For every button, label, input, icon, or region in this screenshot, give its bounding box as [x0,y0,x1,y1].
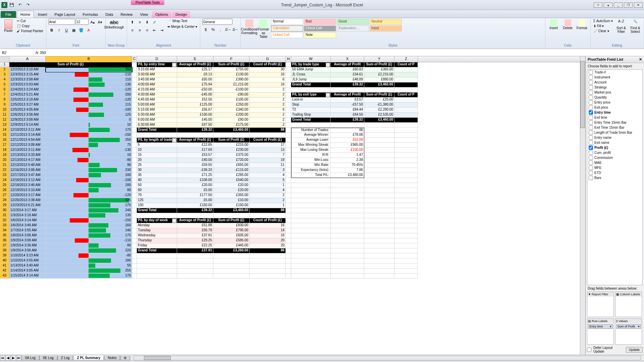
cell[interactable]: £48.89 [331,77,364,82]
cell[interactable] [137,268,177,274]
cell[interactable] [177,213,213,218]
cell[interactable] [177,268,213,274]
cell[interactable] [132,123,137,128]
orientation-icon[interactable]: ⤢ [151,19,158,25]
col-header-G[interactable]: G [250,56,286,62]
cell[interactable] [364,218,394,223]
date-cell[interactable]: 12/18/2013 3:46 AM [9,183,46,188]
font-color-icon[interactable]: A [85,27,92,34]
underline-button[interactable]: U [63,27,70,34]
cell[interactable]: 50 [137,183,177,188]
area-column-labels[interactable]: ▦ Column Labels [615,292,642,317]
cell[interactable] [286,248,291,253]
cell[interactable]: Grand Total [137,128,177,133]
cell[interactable] [291,258,331,263]
cell[interactable] [132,198,137,203]
help-icon[interactable]: ? [594,2,602,8]
field-checkbox[interactable] [589,70,593,74]
cell[interactable]: £45.00 [177,118,213,123]
cell[interactable]: £2,280.00 [364,108,394,113]
cell[interactable]: 88 [250,128,286,133]
close-icon[interactable]: ✕ [634,2,643,8]
col-header-A[interactable]: A [9,56,46,62]
cell[interactable] [394,238,418,243]
style-good[interactable]: Good [337,19,369,25]
cell[interactable]: £3,460.00 [213,128,250,133]
cell[interactable] [286,188,291,193]
cell[interactable] [394,82,418,87]
cell[interactable]: 1 [250,203,286,208]
field-checkbox[interactable] [589,105,593,110]
cell[interactable] [286,67,291,72]
stat-label[interactable]: Win:Loss: [291,158,331,163]
cell[interactable] [286,233,291,238]
area-report-filter[interactable]: ▼ Report Filter [587,292,614,317]
profit-bar-cell[interactable]: 130 [46,82,132,87]
profit-bar-cell[interactable]: -80 [46,253,132,258]
sheet-tab-notes[interactable]: Notes [104,356,120,360]
cell[interactable]: 30 [137,168,177,173]
cell[interactable] [132,263,137,268]
cell[interactable] [364,274,394,279]
autosum-button[interactable]: Σ AutoSum ▾ [593,19,613,23]
cell[interactable]: £795.00 [213,228,250,233]
cell[interactable] [394,148,418,153]
cell[interactable]: JL9 Jump [291,77,331,82]
cell[interactable] [331,198,364,203]
cell[interactable] [286,213,291,218]
profit-bar-cell[interactable]: 170 [46,128,132,133]
cell[interactable]: £880.00 [364,77,394,82]
cell[interactable] [394,108,418,113]
cell[interactable]: £215.00 [213,143,250,148]
profit-bar-cell[interactable]: 110 [46,77,132,82]
italic-button[interactable]: I [56,27,62,34]
style-neutral[interactable]: Neutral [370,19,402,25]
cell[interactable]: £108.00 [177,178,213,183]
fields-container[interactable]: Trade-#InstrumentAccountStrategyMarket p… [587,69,643,285]
cell[interactable]: £60.83 [331,67,364,72]
date-cell[interactable]: 12/5/2013 4:05 AM [9,108,46,113]
cell[interactable]: 4 [250,173,286,178]
profit-bar-cell[interactable]: -100 [46,108,132,113]
cell[interactable]: £39.32 [331,118,364,123]
cell[interactable] [286,238,291,243]
fill-color-icon[interactable]: 🪣 [78,27,85,34]
cell[interactable] [132,188,137,193]
cell[interactable]: £720.00 [213,158,250,163]
date-cell[interactable]: 12/3/2013 3:58 AM [9,77,46,82]
cell[interactable] [364,203,394,208]
cell[interactable] [132,113,137,118]
profit-bar-cell[interactable]: 10 [46,123,132,128]
cell[interactable] [364,268,394,274]
cell[interactable] [291,268,331,274]
field-profit-[interactable]: Profit (£) [587,145,642,150]
profit-bar-cell[interactable]: 90 [46,163,132,168]
format-painter-button[interactable]: 🖌 Format Painter [16,29,44,33]
cell[interactable] [394,103,418,108]
excel-icon[interactable]: X [1,2,7,8]
cell[interactable] [132,158,137,163]
cell[interactable] [213,253,250,258]
profit-bar-cell[interactable]: -120 [46,193,132,198]
cell[interactable]: 60 [137,188,177,193]
cell[interactable] [132,208,137,213]
cell[interactable]: 2 [250,87,286,93]
strikethrough-button[interactable]: abc Strikethrough [108,19,120,30]
indent-dec-icon[interactable]: ⇤ [151,27,158,34]
cell[interactable] [331,253,364,258]
minimize-ribbon-icon[interactable]: ▴ [604,2,612,8]
cell[interactable] [132,248,137,253]
fill-button[interactable]: ⬇ Fill ▾ [593,24,613,28]
field-market-pos-[interactable]: Market pos. [587,90,642,95]
cell[interactable]: -£45.00 [177,93,213,98]
date-cell[interactable]: 12/10/2013 3:11 AM [9,128,46,133]
cell[interactable]: 4:15:00 AM [137,87,177,93]
cell[interactable] [291,228,331,233]
field-checkbox[interactable] [589,125,593,130]
field-mfe[interactable]: MFE [587,165,642,170]
field-checkbox[interactable] [589,140,593,145]
cell[interactable] [250,268,286,274]
pt-col-hdr[interactable]: Average of Profit (£) [177,62,213,67]
profit-bar-cell[interactable]: 100 [46,173,132,178]
row-item[interactable]: Entry time ▾ [588,324,613,329]
